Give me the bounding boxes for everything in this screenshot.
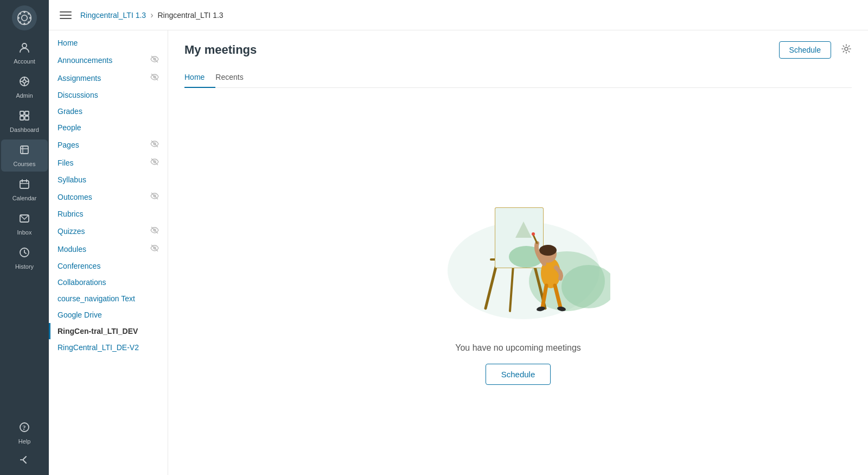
sidebar-item-dashboard[interactable]: Dashboard: [1, 105, 48, 137]
svg-point-61: [539, 245, 557, 256]
tab-home[interactable]: Home: [184, 67, 215, 88]
sidebar-item-calendar-label: Calendar: [12, 195, 37, 201]
dashboard-icon: [18, 110, 30, 125]
settings-icon-button[interactable]: [841, 43, 852, 57]
svg-rect-20: [25, 116, 29, 120]
calendar-icon: [18, 178, 30, 193]
sidebar-item-account[interactable]: Account: [1, 37, 48, 69]
course-nav-files[interactable]: Files: [49, 154, 168, 172]
sidebar-item-inbox-label: Inbox: [17, 229, 32, 236]
course-nav-course-navigation-text[interactable]: course_navigation Text: [49, 290, 168, 307]
course-nav-course-navigation-text-label: course_navigation Text: [58, 294, 135, 303]
page-header: My meetings Schedule: [184, 41, 852, 59]
course-nav-outcomes-label: Outcomes: [58, 193, 92, 201]
svg-point-7: [28, 21, 30, 23]
course-nav-grades[interactable]: Grades: [49, 103, 168, 119]
course-nav-collaborations-label: Collaborations: [58, 278, 106, 287]
history-icon: [18, 246, 30, 262]
inbox-icon: [18, 212, 30, 227]
svg-point-10: [22, 43, 27, 48]
sidebar-item-help-label: Help: [18, 438, 31, 445]
svg-rect-17: [20, 111, 24, 115]
course-nav-ringcentral-dev-label: RingCen-tral_LTI_DEV: [58, 327, 138, 335]
empty-state-illustration: [426, 167, 610, 330]
breadcrumb-current: Ringcentral_LTI 1.3: [157, 11, 223, 20]
course-nav-ringcentral-de-v2[interactable]: RingCentral_LTI_DE-V2: [49, 339, 168, 356]
pages-visibility-icon: [150, 140, 159, 150]
svg-point-12: [23, 80, 26, 83]
svg-point-2: [23, 11, 25, 14]
svg-rect-21: [21, 146, 28, 154]
svg-rect-18: [25, 111, 29, 115]
empty-state-message: You have no upcoming meetings: [455, 343, 581, 353]
course-nav-collaborations[interactable]: Collaborations: [49, 274, 168, 290]
course-nav-files-label: Files: [58, 159, 74, 167]
courses-icon: [18, 144, 30, 159]
course-nav-modules-label: Modules: [58, 245, 86, 254]
sidebar-item-courses[interactable]: Courses: [1, 140, 48, 172]
sidebar-item-history-label: History: [15, 263, 34, 270]
sidebar-item-admin[interactable]: Admin: [1, 71, 48, 103]
schedule-button-center[interactable]: Schedule: [486, 364, 551, 385]
sidebar-item-help[interactable]: ? Help: [1, 417, 48, 449]
course-nav-google-drive-label: Google Drive: [58, 311, 102, 319]
course-nav-outcomes[interactable]: Outcomes: [49, 188, 168, 206]
announcements-visibility-icon: [150, 55, 159, 65]
course-nav-conferences[interactable]: Conferences: [49, 258, 168, 274]
course-nav-ringcentral-dev[interactable]: RingCen-tral_LTI_DEV: [49, 323, 168, 339]
modules-visibility-icon: [150, 244, 159, 254]
admin-icon: [18, 75, 30, 91]
course-nav-announcements[interactable]: Announcements: [49, 51, 168, 69]
course-nav-rubrics[interactable]: Rubrics: [49, 206, 168, 222]
course-nav-conferences-label: Conferences: [58, 262, 100, 270]
course-nav-ringcentral-de-v2-label: RingCentral_LTI_DE-V2: [58, 343, 139, 352]
course-nav-home-label: Home: [58, 39, 78, 47]
course-nav-syllabus[interactable]: Syllabus: [49, 172, 168, 188]
course-nav-google-drive[interactable]: Google Drive: [49, 307, 168, 323]
svg-text:?: ?: [23, 424, 26, 432]
outcomes-visibility-icon: [150, 192, 159, 202]
course-nav-quizzes-label: Quizzes: [58, 227, 85, 236]
svg-point-5: [29, 17, 31, 19]
page-title: My meetings: [184, 43, 257, 57]
course-nav-modules[interactable]: Modules: [49, 240, 168, 258]
course-nav-assignments-label: Assignments: [58, 74, 101, 83]
course-nav-people-label: People: [58, 123, 81, 132]
course-nav-syllabus-label: Syllabus: [58, 175, 86, 184]
help-icon: ?: [18, 421, 30, 436]
course-nav-discussions[interactable]: Discussions: [49, 87, 168, 103]
files-visibility-icon: [150, 157, 159, 168]
course-nav-announcements-label: Announcements: [58, 56, 112, 65]
sidebar-item-courses-label: Courses: [14, 161, 36, 167]
quizzes-visibility-icon: [150, 226, 159, 236]
svg-point-4: [18, 17, 20, 19]
breadcrumb-separator: ›: [150, 10, 153, 20]
top-bar: Ringcentral_LTI 1.3 › Ringcentral_LTI 1.…: [49, 0, 868, 30]
sidebar-item-dashboard-label: Dashboard: [10, 126, 39, 133]
svg-point-1: [22, 15, 28, 21]
course-nav-people[interactable]: People: [49, 119, 168, 136]
content-wrapper: Home Announcements Assignments Discussio…: [49, 30, 868, 475]
sidebar-item-calendar[interactable]: Calendar: [1, 174, 48, 206]
global-sidebar: Account Admin Dashboard Courses Calendar…: [0, 0, 49, 475]
sidebar-item-history[interactable]: History: [1, 242, 48, 274]
sidebar-item-admin-label: Admin: [16, 92, 33, 99]
breadcrumb-parent-link[interactable]: Ringcentral_LTI 1.3: [80, 11, 146, 20]
svg-point-8: [28, 12, 30, 15]
svg-point-6: [19, 12, 21, 15]
course-nav-quizzes[interactable]: Quizzes: [49, 222, 168, 240]
course-nav-home[interactable]: Home: [49, 35, 168, 51]
sidebar-item-inbox[interactable]: Inbox: [1, 208, 48, 240]
svg-rect-24: [20, 181, 29, 188]
svg-point-47: [845, 47, 848, 50]
schedule-button-top[interactable]: Schedule: [779, 41, 831, 59]
hamburger-button[interactable]: [60, 11, 72, 19]
assignments-visibility-icon: [150, 73, 159, 83]
course-nav-discussions-label: Discussions: [58, 91, 98, 99]
tab-recents[interactable]: Recents: [215, 67, 254, 88]
breadcrumb: Ringcentral_LTI 1.3 › Ringcentral_LTI 1.…: [80, 10, 224, 20]
sidebar-collapse-button[interactable]: [15, 450, 34, 470]
course-nav-assignments[interactable]: Assignments: [49, 69, 168, 87]
tabs: Home Recents: [184, 67, 852, 88]
course-nav-pages[interactable]: Pages: [49, 136, 168, 154]
